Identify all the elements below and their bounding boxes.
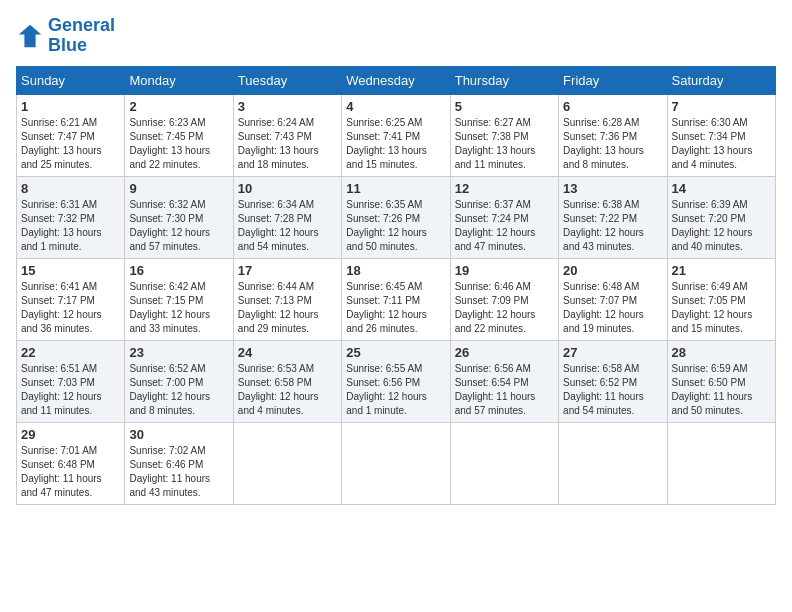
calendar-day-cell: 16Sunrise: 6:42 AM Sunset: 7:15 PM Dayli… (125, 258, 233, 340)
day-info: Sunrise: 6:38 AM Sunset: 7:22 PM Dayligh… (563, 198, 662, 254)
day-number: 9 (129, 181, 228, 196)
day-number: 16 (129, 263, 228, 278)
calendar-week-row: 1Sunrise: 6:21 AM Sunset: 7:47 PM Daylig… (17, 94, 776, 176)
calendar-day-cell: 18Sunrise: 6:45 AM Sunset: 7:11 PM Dayli… (342, 258, 450, 340)
day-info: Sunrise: 6:53 AM Sunset: 6:58 PM Dayligh… (238, 362, 337, 418)
logo: GeneralBlue (16, 16, 115, 56)
weekday-header: Wednesday (342, 66, 450, 94)
day-number: 26 (455, 345, 554, 360)
calendar-table: SundayMondayTuesdayWednesdayThursdayFrid… (16, 66, 776, 505)
calendar-day-cell: 1Sunrise: 6:21 AM Sunset: 7:47 PM Daylig… (17, 94, 125, 176)
day-number: 21 (672, 263, 771, 278)
day-info: Sunrise: 6:37 AM Sunset: 7:24 PM Dayligh… (455, 198, 554, 254)
page-header: GeneralBlue (16, 16, 776, 56)
day-info: Sunrise: 6:42 AM Sunset: 7:15 PM Dayligh… (129, 280, 228, 336)
day-number: 6 (563, 99, 662, 114)
day-info: Sunrise: 6:55 AM Sunset: 6:56 PM Dayligh… (346, 362, 445, 418)
day-info: Sunrise: 6:24 AM Sunset: 7:43 PM Dayligh… (238, 116, 337, 172)
day-info: Sunrise: 6:52 AM Sunset: 7:00 PM Dayligh… (129, 362, 228, 418)
calendar-day-cell: 25Sunrise: 6:55 AM Sunset: 6:56 PM Dayli… (342, 340, 450, 422)
day-number: 1 (21, 99, 120, 114)
calendar-day-cell: 2Sunrise: 6:23 AM Sunset: 7:45 PM Daylig… (125, 94, 233, 176)
day-info: Sunrise: 6:32 AM Sunset: 7:30 PM Dayligh… (129, 198, 228, 254)
day-info: Sunrise: 6:58 AM Sunset: 6:52 PM Dayligh… (563, 362, 662, 418)
calendar-day-cell: 3Sunrise: 6:24 AM Sunset: 7:43 PM Daylig… (233, 94, 341, 176)
calendar-day-cell: 5Sunrise: 6:27 AM Sunset: 7:38 PM Daylig… (450, 94, 558, 176)
day-info: Sunrise: 6:28 AM Sunset: 7:36 PM Dayligh… (563, 116, 662, 172)
logo-icon (16, 22, 44, 50)
day-number: 30 (129, 427, 228, 442)
day-info: Sunrise: 6:59 AM Sunset: 6:50 PM Dayligh… (672, 362, 771, 418)
calendar-day-cell (667, 422, 775, 504)
calendar-day-cell: 27Sunrise: 6:58 AM Sunset: 6:52 PM Dayli… (559, 340, 667, 422)
day-number: 28 (672, 345, 771, 360)
calendar-day-cell (450, 422, 558, 504)
calendar-body: 1Sunrise: 6:21 AM Sunset: 7:47 PM Daylig… (17, 94, 776, 504)
calendar-day-cell: 24Sunrise: 6:53 AM Sunset: 6:58 PM Dayli… (233, 340, 341, 422)
day-info: Sunrise: 7:01 AM Sunset: 6:48 PM Dayligh… (21, 444, 120, 500)
calendar-day-cell: 11Sunrise: 6:35 AM Sunset: 7:26 PM Dayli… (342, 176, 450, 258)
calendar-day-cell: 21Sunrise: 6:49 AM Sunset: 7:05 PM Dayli… (667, 258, 775, 340)
calendar-header: SundayMondayTuesdayWednesdayThursdayFrid… (17, 66, 776, 94)
calendar-day-cell: 28Sunrise: 6:59 AM Sunset: 6:50 PM Dayli… (667, 340, 775, 422)
day-number: 3 (238, 99, 337, 114)
weekday-header-row: SundayMondayTuesdayWednesdayThursdayFrid… (17, 66, 776, 94)
day-info: Sunrise: 6:35 AM Sunset: 7:26 PM Dayligh… (346, 198, 445, 254)
day-info: Sunrise: 6:51 AM Sunset: 7:03 PM Dayligh… (21, 362, 120, 418)
svg-marker-1 (19, 25, 41, 47)
day-number: 27 (563, 345, 662, 360)
calendar-day-cell: 15Sunrise: 6:41 AM Sunset: 7:17 PM Dayli… (17, 258, 125, 340)
day-number: 23 (129, 345, 228, 360)
calendar-week-row: 29Sunrise: 7:01 AM Sunset: 6:48 PM Dayli… (17, 422, 776, 504)
day-info: Sunrise: 6:39 AM Sunset: 7:20 PM Dayligh… (672, 198, 771, 254)
calendar-day-cell: 30Sunrise: 7:02 AM Sunset: 6:46 PM Dayli… (125, 422, 233, 504)
calendar-week-row: 8Sunrise: 6:31 AM Sunset: 7:32 PM Daylig… (17, 176, 776, 258)
calendar-day-cell: 22Sunrise: 6:51 AM Sunset: 7:03 PM Dayli… (17, 340, 125, 422)
day-number: 24 (238, 345, 337, 360)
day-number: 15 (21, 263, 120, 278)
day-info: Sunrise: 6:34 AM Sunset: 7:28 PM Dayligh… (238, 198, 337, 254)
calendar-week-row: 22Sunrise: 6:51 AM Sunset: 7:03 PM Dayli… (17, 340, 776, 422)
day-info: Sunrise: 6:56 AM Sunset: 6:54 PM Dayligh… (455, 362, 554, 418)
day-info: Sunrise: 6:49 AM Sunset: 7:05 PM Dayligh… (672, 280, 771, 336)
day-info: Sunrise: 6:46 AM Sunset: 7:09 PM Dayligh… (455, 280, 554, 336)
day-number: 17 (238, 263, 337, 278)
day-number: 7 (672, 99, 771, 114)
day-info: Sunrise: 6:25 AM Sunset: 7:41 PM Dayligh… (346, 116, 445, 172)
calendar-day-cell: 19Sunrise: 6:46 AM Sunset: 7:09 PM Dayli… (450, 258, 558, 340)
day-info: Sunrise: 6:48 AM Sunset: 7:07 PM Dayligh… (563, 280, 662, 336)
calendar-day-cell: 8Sunrise: 6:31 AM Sunset: 7:32 PM Daylig… (17, 176, 125, 258)
calendar-day-cell: 12Sunrise: 6:37 AM Sunset: 7:24 PM Dayli… (450, 176, 558, 258)
weekday-header: Monday (125, 66, 233, 94)
calendar-day-cell: 29Sunrise: 7:01 AM Sunset: 6:48 PM Dayli… (17, 422, 125, 504)
day-number: 20 (563, 263, 662, 278)
weekday-header: Friday (559, 66, 667, 94)
calendar-week-row: 15Sunrise: 6:41 AM Sunset: 7:17 PM Dayli… (17, 258, 776, 340)
calendar-day-cell (342, 422, 450, 504)
day-info: Sunrise: 6:44 AM Sunset: 7:13 PM Dayligh… (238, 280, 337, 336)
day-info: Sunrise: 6:27 AM Sunset: 7:38 PM Dayligh… (455, 116, 554, 172)
day-number: 11 (346, 181, 445, 196)
day-info: Sunrise: 6:23 AM Sunset: 7:45 PM Dayligh… (129, 116, 228, 172)
calendar-day-cell: 20Sunrise: 6:48 AM Sunset: 7:07 PM Dayli… (559, 258, 667, 340)
day-number: 12 (455, 181, 554, 196)
calendar-day-cell: 23Sunrise: 6:52 AM Sunset: 7:00 PM Dayli… (125, 340, 233, 422)
weekday-header: Thursday (450, 66, 558, 94)
day-number: 13 (563, 181, 662, 196)
calendar-day-cell (233, 422, 341, 504)
day-number: 4 (346, 99, 445, 114)
day-info: Sunrise: 6:30 AM Sunset: 7:34 PM Dayligh… (672, 116, 771, 172)
weekday-header: Saturday (667, 66, 775, 94)
calendar-day-cell: 17Sunrise: 6:44 AM Sunset: 7:13 PM Dayli… (233, 258, 341, 340)
weekday-header: Tuesday (233, 66, 341, 94)
day-number: 8 (21, 181, 120, 196)
calendar-day-cell: 26Sunrise: 6:56 AM Sunset: 6:54 PM Dayli… (450, 340, 558, 422)
day-number: 5 (455, 99, 554, 114)
calendar-day-cell (559, 422, 667, 504)
day-number: 18 (346, 263, 445, 278)
day-number: 19 (455, 263, 554, 278)
day-number: 22 (21, 345, 120, 360)
calendar-day-cell: 10Sunrise: 6:34 AM Sunset: 7:28 PM Dayli… (233, 176, 341, 258)
day-number: 29 (21, 427, 120, 442)
day-number: 10 (238, 181, 337, 196)
